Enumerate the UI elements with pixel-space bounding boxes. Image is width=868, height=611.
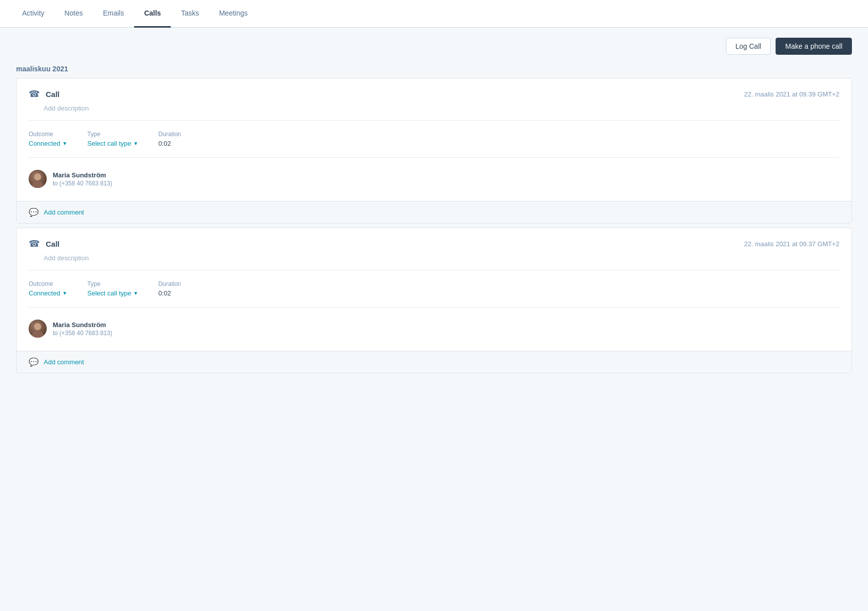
contact-phone: to (+358 40 7683 813) <box>53 180 112 187</box>
tab-activity[interactable]: Activity <box>12 0 54 28</box>
type-label: Type <box>87 280 138 287</box>
toolbar: Log Call Make a phone call <box>16 38 852 55</box>
outcome-row: Outcome Connected ▼ Type Select call typ… <box>29 275 839 302</box>
duration-label: Duration <box>158 131 181 138</box>
type-dropdown-arrow: ▼ <box>133 290 138 296</box>
call-date: 22. maalis 2021 at 09.37 GMT+2 <box>744 240 839 248</box>
add-description[interactable]: Add description <box>44 105 839 112</box>
type-col: Type Select call type ▼ <box>87 280 138 297</box>
contact-row: Maria Sundström to (+358 40 7683 813) <box>29 163 839 191</box>
log-call-button[interactable]: Log Call <box>726 38 771 55</box>
tabs-bar: ActivityNotesEmailsCallsTasksMeetings <box>0 0 868 28</box>
outcome-row: Outcome Connected ▼ Type Select call typ… <box>29 126 839 152</box>
duration-value: 0:02 <box>158 140 181 147</box>
tab-calls[interactable]: Calls <box>134 0 171 28</box>
duration-value: 0:02 <box>158 289 181 297</box>
add-comment-bar[interactable]: 💬 Add comment <box>17 351 851 373</box>
outcome-label: Outcome <box>29 280 67 287</box>
divider-1 <box>29 120 839 121</box>
avatar <box>29 170 47 188</box>
tab-notes[interactable]: Notes <box>54 0 93 28</box>
tab-meetings[interactable]: Meetings <box>209 0 258 28</box>
call-title-group: ☎ Call <box>29 238 60 249</box>
divider-2 <box>29 157 839 158</box>
comment-icon: 💬 <box>29 208 39 217</box>
call-title-group: ☎ Call <box>29 88 60 99</box>
comment-icon: 💬 <box>29 357 39 367</box>
main-content: Log Call Make a phone call maaliskuu 202… <box>0 28 868 387</box>
outcome-value[interactable]: Connected ▼ <box>29 289 67 297</box>
tab-tasks[interactable]: Tasks <box>171 0 209 28</box>
contact-info: Maria Sundström to (+358 40 7683 813) <box>53 171 112 187</box>
duration-label: Duration <box>158 280 181 287</box>
type-label: Type <box>87 131 138 138</box>
call-card-body: ☎ Call 22. maalis 2021 at 09.39 GMT+2 Ad… <box>17 78 851 201</box>
avatar-image <box>29 320 47 338</box>
svg-point-1 <box>32 181 43 188</box>
outcome-col: Outcome Connected ▼ <box>29 280 67 297</box>
contact-phone: to (+358 40 7683 813) <box>53 330 112 337</box>
call-card-1: ☎ Call 22. maalis 2021 at 09.39 GMT+2 Ad… <box>16 78 852 224</box>
outcome-label: Outcome <box>29 131 67 138</box>
tab-emails[interactable]: Emails <box>93 0 134 28</box>
avatar <box>29 320 47 338</box>
phone-icon: ☎ <box>29 88 40 99</box>
type-dropdown-arrow: ▼ <box>133 141 138 146</box>
contact-name: Maria Sundström <box>53 321 112 329</box>
contact-info: Maria Sundström to (+358 40 7683 813) <box>53 321 112 337</box>
outcome-col: Outcome Connected ▼ <box>29 131 67 147</box>
make-phone-call-button[interactable]: Make a phone call <box>776 38 852 55</box>
type-col: Type Select call type ▼ <box>87 131 138 147</box>
divider-1 <box>29 270 839 270</box>
svg-point-0 <box>34 173 41 180</box>
contact-row: Maria Sundström to (+358 40 7683 813) <box>29 313 839 341</box>
call-title: Call <box>46 240 60 248</box>
avatar-image <box>29 170 47 188</box>
svg-point-2 <box>34 323 41 330</box>
duration-col: Duration 0:02 <box>158 131 181 147</box>
call-header: ☎ Call 22. maalis 2021 at 09.39 GMT+2 <box>29 88 839 99</box>
call-date: 22. maalis 2021 at 09.39 GMT+2 <box>744 90 839 98</box>
divider-2 <box>29 307 839 308</box>
call-card-body: ☎ Call 22. maalis 2021 at 09.37 GMT+2 Ad… <box>17 228 851 351</box>
calls-list: ☎ Call 22. maalis 2021 at 09.39 GMT+2 Ad… <box>16 78 852 373</box>
outcome-value[interactable]: Connected ▼ <box>29 140 67 147</box>
add-comment-text: Add comment <box>44 358 84 366</box>
add-description[interactable]: Add description <box>44 254 839 262</box>
contact-name: Maria Sundström <box>53 171 112 179</box>
add-comment-text: Add comment <box>44 209 84 216</box>
svg-point-3 <box>32 331 43 338</box>
outcome-dropdown-arrow: ▼ <box>62 290 67 296</box>
call-title: Call <box>46 90 60 98</box>
duration-col: Duration 0:02 <box>158 280 181 297</box>
section-heading: maaliskuu 2021 <box>16 65 852 73</box>
type-value[interactable]: Select call type ▼ <box>87 289 138 297</box>
add-comment-bar[interactable]: 💬 Add comment <box>17 201 851 223</box>
call-header: ☎ Call 22. maalis 2021 at 09.37 GMT+2 <box>29 238 839 249</box>
call-card-2: ☎ Call 22. maalis 2021 at 09.37 GMT+2 Ad… <box>16 228 852 373</box>
outcome-dropdown-arrow: ▼ <box>62 141 67 146</box>
type-value[interactable]: Select call type ▼ <box>87 140 138 147</box>
phone-icon: ☎ <box>29 238 40 249</box>
